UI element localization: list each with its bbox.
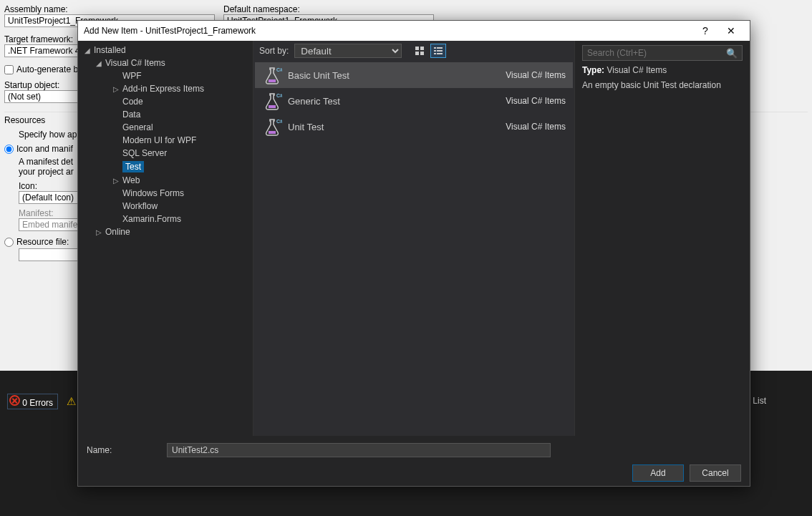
cancel-button[interactable]: Cancel <box>690 464 741 482</box>
svg-rect-7 <box>437 50 443 52</box>
svg-rect-15 <box>269 131 276 134</box>
template-item-unit-test[interactable]: C#Unit TestVisual C# Items <box>255 114 573 140</box>
view-large-icon[interactable] <box>412 44 427 58</box>
tree-item-modern-ui-for-wpf[interactable]: Modern UI for WPF <box>78 134 253 147</box>
arrow-right-icon: ▷ <box>95 228 102 236</box>
search-box[interactable]: 🔍 <box>582 45 743 61</box>
arrow-down-icon: ◢ <box>84 47 91 54</box>
svg-rect-3 <box>420 52 424 55</box>
tree-item-data[interactable]: Data <box>78 108 253 121</box>
icon-and-manifest-radio[interactable] <box>4 145 14 154</box>
flask-icon: C# <box>262 117 281 136</box>
template-lang: Visual C# Items <box>506 122 566 132</box>
svg-rect-2 <box>415 52 419 55</box>
arrow-right-icon: ▷ <box>112 177 120 185</box>
error-list-bar: 0 Errors ⚠ <box>0 392 76 411</box>
template-lang: Visual C# Items <box>506 70 566 80</box>
template-description: An empty basic Unit Test declaration <box>582 79 743 92</box>
type-value: Visual C# Items <box>606 65 667 75</box>
template-item-basic-unit-test[interactable]: C#Basic Unit TestVisual C# Items <box>255 62 573 88</box>
svg-rect-13 <box>269 105 276 108</box>
dialog-title: Add New Item - UnitTestProject1_Framewor… <box>84 26 256 36</box>
sortby-label: Sort by: <box>259 46 289 56</box>
tree-online[interactable]: ▷Online <box>78 225 253 238</box>
search-input[interactable] <box>587 48 726 58</box>
flask-icon: C# <box>262 92 281 110</box>
warning-icon: ⚠ <box>67 395 76 408</box>
errors-count: 0 Errors <box>22 398 53 408</box>
default-namespace-label: Default namespace: <box>223 4 438 14</box>
template-name: Unit Test <box>288 122 498 132</box>
help-button[interactable]: ? <box>692 21 718 41</box>
search-icon[interactable]: 🔍 <box>726 48 738 59</box>
tree-item-general[interactable]: General <box>78 121 253 134</box>
resource-file-radio[interactable] <box>4 238 14 247</box>
tree-installed[interactable]: ◢Installed <box>78 44 253 57</box>
tree-item-code[interactable]: Code <box>78 95 253 108</box>
arrow-right-icon: ▷ <box>112 85 120 93</box>
autogenerate-checkbox[interactable] <box>4 65 14 74</box>
name-label: Name: <box>87 445 155 455</box>
flask-icon: C# <box>262 66 281 84</box>
svg-text:C#: C# <box>276 119 282 124</box>
svg-rect-6 <box>434 50 436 52</box>
tree-item-workflow[interactable]: Workflow <box>78 200 253 213</box>
svg-rect-0 <box>415 47 419 50</box>
sortby-select[interactable]: Default <box>294 44 402 58</box>
svg-rect-5 <box>437 47 443 49</box>
add-new-item-dialog: Add New Item - UnitTestProject1_Framewor… <box>77 20 750 487</box>
dialog-titlebar[interactable]: Add New Item - UnitTestProject1_Framewor… <box>78 21 750 41</box>
add-button[interactable]: Add <box>632 464 684 482</box>
resource-file-input[interactable] <box>19 248 83 261</box>
view-list-icon[interactable] <box>430 44 446 58</box>
template-item-generic-test[interactable]: C#Generic TestVisual C# Items <box>255 88 573 114</box>
error-icon <box>9 395 20 406</box>
assembly-name-label: Assembly name: <box>4 4 219 14</box>
autogenerate-label: Auto-generate bi <box>16 64 80 74</box>
svg-rect-8 <box>434 53 436 54</box>
svg-rect-1 <box>420 47 424 50</box>
template-name: Generic Test <box>288 96 498 107</box>
template-name: Basic Unit Test <box>288 70 498 81</box>
svg-text:C#: C# <box>276 67 282 72</box>
manifest-select[interactable] <box>19 218 83 231</box>
arrow-down-icon: ◢ <box>95 59 102 67</box>
dialog-footer: Name: Add Cancel <box>78 436 750 486</box>
tree-item-windows-forms[interactable]: Windows Forms <box>78 187 253 200</box>
tree-item-test[interactable]: Test <box>78 160 253 174</box>
filename-input[interactable] <box>167 443 551 457</box>
icon-and-manifest-label: Icon and manif <box>16 144 73 154</box>
tree-item-add-in-express-items[interactable]: ▷Add-in Express Items <box>78 82 253 95</box>
tree-item-sql-server[interactable]: SQL Server <box>78 147 253 160</box>
templates-toolbar: Sort by: Default <box>253 41 574 61</box>
icon-select[interactable] <box>19 191 83 204</box>
resource-file-label: Resource file: <box>16 237 69 247</box>
details-pane: 🔍 Type: Visual C# Items An empty basic U… <box>574 41 750 436</box>
type-label: Type: <box>582 65 604 75</box>
tree-csharp-items[interactable]: ◢Visual C# Items <box>78 57 253 69</box>
svg-rect-11 <box>269 79 276 82</box>
tree-item-wpf[interactable]: WPF <box>78 69 253 82</box>
template-lang: Visual C# Items <box>506 96 566 106</box>
list-text: List <box>753 396 766 406</box>
close-button[interactable]: ✕ <box>718 21 744 41</box>
errors-badge[interactable]: 0 Errors <box>7 394 58 409</box>
svg-text:C#: C# <box>276 93 282 98</box>
svg-rect-9 <box>437 53 443 54</box>
template-list: C#Basic Unit TestVisual C# ItemsC#Generi… <box>253 61 574 436</box>
templates-pane: Sort by: Default C#Basic Unit TestVisual… <box>253 41 574 436</box>
svg-rect-4 <box>434 47 436 49</box>
tree-item-web[interactable]: ▷Web <box>78 174 253 187</box>
tree-item-xamarin-forms[interactable]: Xamarin.Forms <box>78 213 253 225</box>
category-tree: ◢Installed ◢Visual C# Items WPF▷Add-in E… <box>78 41 253 436</box>
